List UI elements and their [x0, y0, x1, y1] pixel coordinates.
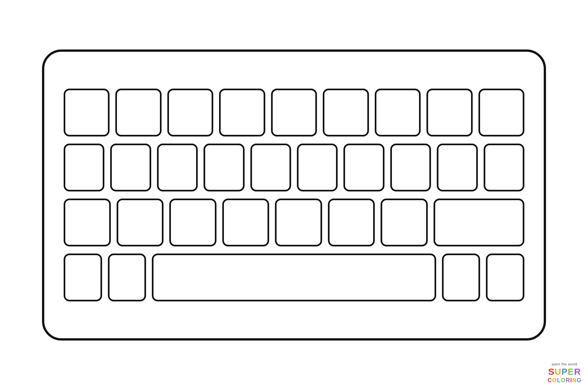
key-r2-7[interactable]: [343, 144, 384, 191]
key-r2-5[interactable]: [250, 144, 291, 191]
key-r2-8[interactable]: [390, 144, 431, 191]
key-r1-3[interactable]: [167, 89, 213, 136]
key-r1-5[interactable]: [271, 89, 317, 136]
key-r3-7[interactable]: [381, 199, 428, 246]
key-r2-2[interactable]: [110, 144, 151, 191]
key-r4-left-2[interactable]: [108, 254, 146, 301]
key-r1-9[interactable]: [478, 89, 524, 136]
key-r1-2[interactable]: [115, 89, 161, 136]
keyboard-row-1: [64, 89, 524, 136]
key-r1-7[interactable]: [375, 89, 421, 136]
key-r3-5[interactable]: [275, 199, 322, 246]
keyboard-row-4: [64, 254, 524, 301]
key-r1-6[interactable]: [323, 89, 369, 136]
key-r3-1[interactable]: [64, 199, 111, 246]
keyboard-row-3: [64, 199, 524, 246]
key-r3-6[interactable]: [328, 199, 375, 246]
key-r2-6[interactable]: [297, 144, 338, 191]
key-r2-9[interactable]: [437, 144, 478, 191]
keyboard-row-2: [64, 144, 524, 191]
key-r2-1[interactable]: [64, 144, 104, 191]
key-r2-4[interactable]: [204, 144, 244, 191]
brand-coloring-text: COLORING: [548, 377, 582, 384]
key-r2-3[interactable]: [157, 144, 198, 191]
keyboard: [42, 49, 546, 341]
key-r1-8[interactable]: [426, 89, 472, 136]
key-r3-4[interactable]: [222, 199, 269, 246]
key-spacebar[interactable]: [152, 254, 436, 301]
brand-logo: paint the world SUPER COLORING: [548, 362, 582, 384]
key-r1-4[interactable]: [219, 89, 265, 136]
key-r1-1[interactable]: [64, 89, 110, 136]
brand-paint-text: paint the world: [548, 362, 582, 366]
brand-super-text: SUPER: [548, 366, 582, 377]
key-r4-right-1[interactable]: [442, 254, 480, 301]
key-r2-10[interactable]: [484, 144, 524, 191]
key-enter[interactable]: [434, 199, 524, 246]
key-r4-left-1[interactable]: [64, 254, 102, 301]
key-r3-2[interactable]: [117, 199, 164, 246]
key-r3-3[interactable]: [169, 199, 216, 246]
key-r4-right-2[interactable]: [486, 254, 524, 301]
